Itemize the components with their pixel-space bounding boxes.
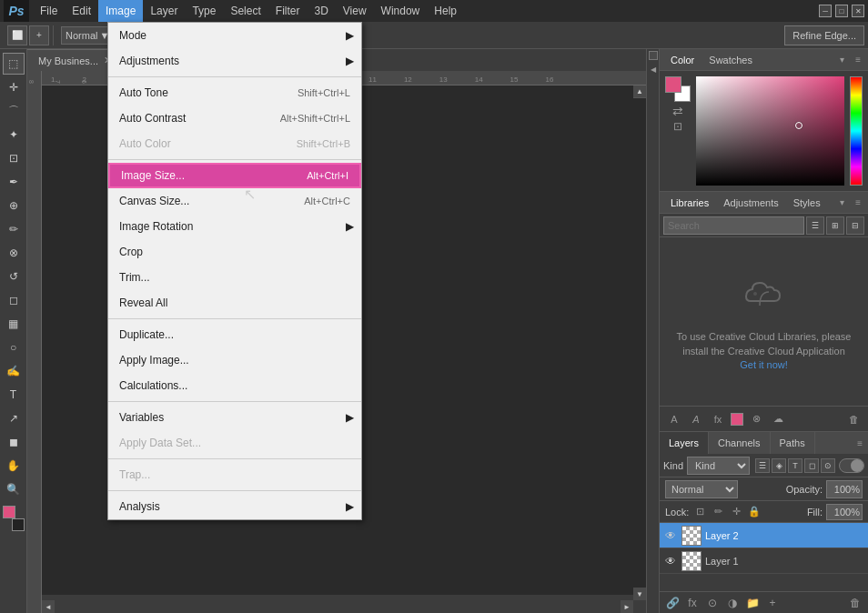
add-layer-btn[interactable]: + xyxy=(763,594,782,612)
close-button[interactable]: ✕ xyxy=(852,5,864,17)
tool-magic-wand[interactable]: ✦ xyxy=(3,124,25,146)
list-view-btn[interactable]: ☰ xyxy=(806,216,824,235)
lib-cloud-btn[interactable]: ☁ xyxy=(769,410,787,428)
lib-fx-btn[interactable]: fx xyxy=(709,410,727,428)
menu-apply-image[interactable]: Apply Image... xyxy=(108,347,361,373)
add-style-btn[interactable]: fx xyxy=(683,594,701,612)
tool-clone[interactable]: ⊗ xyxy=(3,242,25,264)
tab-swatches[interactable]: Swatches xyxy=(705,55,756,65)
shape-filter-btn[interactable]: ◻ xyxy=(804,458,819,473)
layer1-visibility[interactable]: 👁 xyxy=(663,555,678,568)
marquee-add-btn[interactable]: + xyxy=(29,25,49,45)
libraries-panel-menu[interactable]: ≡ xyxy=(855,197,861,207)
adj-filter-btn[interactable]: ◈ xyxy=(772,458,786,473)
layer-item-2[interactable]: 👁 Layer 2 xyxy=(660,523,868,548)
scroll-up-btn[interactable]: ▲ xyxy=(633,85,646,98)
menu-filter[interactable]: Filter xyxy=(268,0,308,22)
color-panel-collapse[interactable]: ▾ xyxy=(840,55,844,65)
opacity-input[interactable] xyxy=(826,480,863,498)
menu-mode[interactable]: Mode ▶ xyxy=(108,23,361,48)
lib-delete-btn[interactable]: 🗑 xyxy=(844,410,863,428)
menu-view[interactable]: View xyxy=(336,0,374,22)
grid-view-btn[interactable]: ⊞ xyxy=(826,216,844,235)
pixel-filter-btn[interactable]: ☰ xyxy=(755,458,770,473)
tool-shapes[interactable]: ◼ xyxy=(3,431,25,453)
lib-color-btn[interactable] xyxy=(731,413,743,426)
scroll-left-btn[interactable]: ◄ xyxy=(42,600,55,613)
large-view-btn[interactable]: ⊟ xyxy=(846,216,864,235)
tab-color[interactable]: Color xyxy=(667,55,698,65)
smart-filter-btn[interactable]: ⊙ xyxy=(821,458,835,473)
tool-brush[interactable]: ✏ xyxy=(3,218,25,240)
tab-adjustments[interactable]: Adjustments xyxy=(720,197,782,208)
style-select[interactable]: Normal▼ xyxy=(61,26,114,45)
color-gradient-picker[interactable] xyxy=(696,76,844,186)
type-filter-btn[interactable]: T xyxy=(788,458,802,473)
tool-eyedropper[interactable]: ✒ xyxy=(3,171,25,193)
color-panel-menu[interactable]: ≡ xyxy=(855,55,861,65)
tab-layers[interactable]: Layers xyxy=(660,432,709,454)
scroll-right-btn[interactable]: ► xyxy=(621,600,633,613)
menu-image[interactable]: Image xyxy=(98,0,143,22)
menu-reveal-all[interactable]: Reveal All xyxy=(108,290,361,316)
layer-item-1[interactable]: 👁 Layer 1 xyxy=(660,548,868,574)
menu-duplicate[interactable]: Duplicate... xyxy=(108,322,361,347)
layer2-visibility[interactable]: 👁 xyxy=(663,529,678,542)
menu-auto-tone[interactable]: Auto Tone Shift+Ctrl+L xyxy=(108,80,361,106)
lock-image-btn[interactable]: ✏ xyxy=(711,505,725,519)
background-color-swatch[interactable] xyxy=(12,518,25,531)
menu-analysis[interactable]: Analysis ▶ xyxy=(108,494,361,519)
minimize-button[interactable]: ─ xyxy=(819,5,832,17)
menu-crop[interactable]: Crop xyxy=(108,239,361,265)
add-mask-btn[interactable]: ⊙ xyxy=(703,594,722,612)
swap-colors-icon[interactable]: ⇄ xyxy=(665,104,691,118)
tab-channels[interactable]: Channels xyxy=(709,432,770,454)
add-group-btn[interactable]: 📁 xyxy=(743,594,762,612)
refine-edge-button[interactable]: Refine Edge... xyxy=(784,25,864,45)
menu-image-rotation[interactable]: Image Rotation ▶ xyxy=(108,214,361,239)
lock-position-btn[interactable]: ✛ xyxy=(729,505,743,519)
lib-char-btn[interactable]: A xyxy=(687,410,705,428)
filter-toggle[interactable] xyxy=(839,458,864,473)
tab-styles[interactable]: Styles xyxy=(790,197,824,208)
scroll-down-btn[interactable]: ▼ xyxy=(633,588,646,600)
link-layers-btn[interactable]: 🔗 xyxy=(663,594,681,612)
tool-crop[interactable]: ⊡ xyxy=(3,147,25,169)
add-adjustment-btn[interactable]: ◑ xyxy=(723,594,742,612)
libraries-link[interactable]: Get it now! xyxy=(740,359,788,370)
layers-panel-menu[interactable]: ≡ xyxy=(852,432,868,454)
blend-mode-dropdown[interactable]: Normal xyxy=(665,480,738,498)
tool-pen[interactable]: ✍ xyxy=(3,360,25,382)
menu-3d[interactable]: 3D xyxy=(307,0,335,22)
tool-move[interactable]: ✛ xyxy=(3,76,25,98)
menu-canvas-size[interactable]: Canvas Size... Alt+Ctrl+C xyxy=(108,188,361,214)
maximize-button[interactable]: □ xyxy=(835,5,848,17)
menu-adjustments[interactable]: Adjustments ▶ xyxy=(108,48,361,74)
tool-gradient[interactable]: ▦ xyxy=(3,313,25,335)
tool-zoom[interactable]: 🔍 xyxy=(3,478,25,500)
lock-transparent-btn[interactable]: ⊡ xyxy=(692,505,707,519)
lock-all-btn[interactable]: 🔒 xyxy=(747,505,762,519)
tab-paths[interactable]: Paths xyxy=(771,432,815,454)
tool-eraser[interactable]: ◻ xyxy=(3,289,25,311)
menu-type[interactable]: Type xyxy=(185,0,223,22)
kind-select[interactable]: Kind xyxy=(687,457,750,475)
menu-layer[interactable]: Layer xyxy=(143,0,185,22)
menu-auto-contrast[interactable]: Auto Contrast Alt+Shift+Ctrl+L xyxy=(108,106,361,131)
tool-healing[interactable]: ⊕ xyxy=(3,195,25,216)
menu-trim[interactable]: Trim... xyxy=(108,265,361,290)
menu-image-size[interactable]: Image Size... Alt+Ctrl+I xyxy=(108,163,361,188)
hue-bar[interactable] xyxy=(850,76,863,186)
panel-label[interactable]: ◀ xyxy=(649,65,657,74)
marquee-mode-btn[interactable]: ⬜ xyxy=(7,25,27,45)
tab-libraries[interactable]: Libraries xyxy=(667,197,712,208)
tool-hand[interactable]: ✋ xyxy=(3,455,25,477)
menu-file[interactable]: File xyxy=(33,0,65,22)
fill-input[interactable] xyxy=(826,504,863,520)
foreground-color-swatch[interactable] xyxy=(3,506,15,518)
tool-path-select[interactable]: ↗ xyxy=(3,407,25,429)
delete-layer-btn[interactable]: 🗑 xyxy=(846,594,864,612)
tool-dodge[interactable]: ○ xyxy=(3,337,25,358)
libraries-panel-collapse[interactable]: ▾ xyxy=(840,197,844,207)
lib-search-btn[interactable]: ⊗ xyxy=(747,410,765,428)
